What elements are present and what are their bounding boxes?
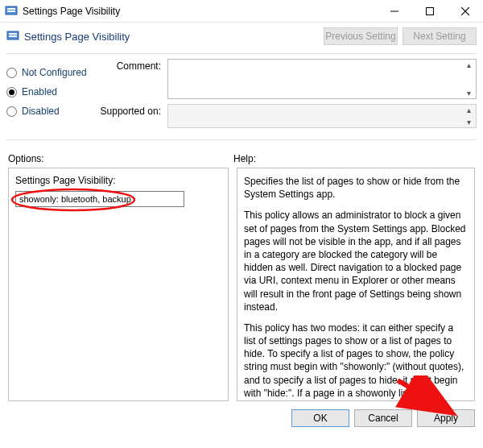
cancel-button[interactable]: Cancel [354,409,412,427]
help-label: Help: [233,153,475,164]
options-label: Options: [8,153,233,164]
form-column: Comment: ▴ ▾ Supported on: ▴ ▾ [95,59,477,133]
options-panel: Settings Page Visibility: [8,168,229,401]
divider [6,53,477,54]
previous-setting-button[interactable]: Previous Setting [324,27,398,45]
radio-enabled[interactable]: Enabled [6,86,95,97]
next-setting-button[interactable]: Next Setting [402,27,477,45]
radio-label: Not Configured [22,67,87,78]
comment-textarea[interactable]: ▴ ▾ [167,59,477,99]
supported-label: Supported on: [95,104,167,128]
ok-button[interactable]: OK [291,409,349,427]
svg-rect-9 [9,35,17,37]
radio-not-configured[interactable]: Not Configured [6,67,95,78]
supported-on-box: ▴ ▾ [167,104,477,128]
scroll-down-icon[interactable]: ▾ [463,118,474,127]
svg-rect-8 [9,33,17,35]
scroll-up-icon[interactable]: ▴ [463,106,474,114]
help-paragraph: Specifies the list of pages to show or h… [244,175,468,201]
help-paragraph: This policy has two modes: it can either… [244,321,468,401]
page-heading: Settings Page Visibility [24,31,319,43]
policy-icon [5,5,18,18]
section-labels: Options: Help: [0,145,483,168]
radio-icon [6,68,17,78]
scroll-down-icon[interactable]: ▾ [463,89,474,97]
help-panel: Specifies the list of pages to show or h… [237,168,475,401]
radio-label: Disabled [22,106,60,117]
apply-button[interactable]: Apply [417,409,475,427]
radio-icon [6,106,17,117]
help-text: Specifies the list of pages to show or h… [244,175,468,401]
close-button[interactable] [448,0,483,23]
scroll-up-icon[interactable]: ▴ [463,60,474,69]
maximize-button[interactable] [412,0,448,23]
help-paragraph: This policy allows an administrator to b… [244,209,468,313]
panels-row: Settings Page Visibility: Specifies the … [0,168,483,401]
svg-rect-2 [7,10,15,12]
options-field-label: Settings Page Visibility: [15,175,221,186]
state-radio-group: Not Configured Enabled Disabled [6,59,95,133]
dialog-footer: OK Cancel Apply [0,401,483,427]
settings-visibility-input[interactable] [15,191,184,207]
policy-icon [6,30,19,43]
titlebar: Settings Page Visibility [0,0,483,23]
radio-icon [6,87,17,97]
window-title: Settings Page Visibility [23,6,377,17]
comment-label: Comment: [95,59,167,99]
config-area: Not Configured Enabled Disabled Comment:… [0,59,483,133]
svg-rect-4 [427,7,434,15]
header-row: Settings Page Visibility Previous Settin… [0,23,483,53]
divider [6,139,477,140]
minimize-button[interactable] [377,0,412,23]
radio-disabled[interactable]: Disabled [6,106,95,117]
radio-label: Enabled [22,86,57,97]
svg-rect-1 [7,8,15,10]
